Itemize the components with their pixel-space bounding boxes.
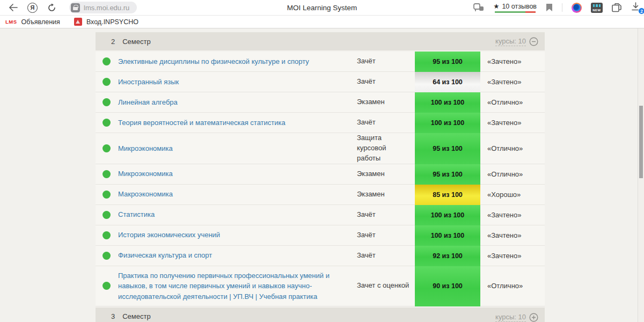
- grades-table: 2 Семестр курсы: 10 Элективные дисциплин…: [96, 32, 545, 322]
- course-name-link[interactable]: Микроэкономика: [118, 164, 357, 184]
- course-name-link[interactable]: Теория вероятностей и математическая ста…: [118, 113, 357, 133]
- grade-value: «Зачтено»: [480, 78, 545, 86]
- grade-value: «Отлично»: [480, 170, 545, 178]
- course-status-dot: [103, 57, 111, 65]
- lms-page: 2 Семестр курсы: 10 Элективные дисциплин…: [0, 28, 644, 322]
- course-status-dot: [103, 191, 111, 199]
- semester-label: Семестр: [122, 312, 150, 320]
- lock-icon: [71, 3, 80, 12]
- semester-number: 2: [111, 38, 115, 46]
- bookmark-flag-icon[interactable]: [546, 3, 553, 12]
- grade-value: «Зачтено»: [480, 252, 545, 260]
- grade-value: «Отлично»: [480, 282, 545, 290]
- protect-icon[interactable]: [473, 3, 484, 12]
- table-row: Иностранный язык Зачёт 64 из 100 «Зачтен…: [96, 72, 545, 92]
- course-name-link[interactable]: Элективные дисциплины по физической куль…: [118, 52, 357, 71]
- table-row: Макроэкономика Экзамен 85 из 100 «Хорошо…: [96, 185, 545, 205]
- url-text: lms.moi.edu.ru: [84, 4, 129, 12]
- table-row: Физическая культура и спорт Зачёт 92 из …: [96, 246, 545, 266]
- bookmarks-bar: LMS Объявления Вход.INPSYCHO: [0, 16, 644, 28]
- assessment-type: Зачёт: [357, 251, 415, 261]
- assessment-type: Экзамен: [357, 97, 415, 107]
- semester-number: 3: [111, 312, 115, 320]
- course-list: Элективные дисциплины по физической куль…: [96, 52, 545, 306]
- table-row: Микроэкономика Экзамен 95 из 100 «Отличн…: [96, 164, 545, 185]
- semester-2-header: 2 Семестр курсы: 10: [96, 32, 545, 50]
- assessment-type: Зачёт: [357, 77, 415, 87]
- course-name-link[interactable]: Физическая культура и спорт: [118, 246, 357, 265]
- lms-favicon: LMS: [5, 19, 17, 25]
- score-cell: 100 из 100: [415, 113, 480, 133]
- course-status-dot: [103, 170, 111, 178]
- course-status-dot: [103, 78, 111, 86]
- collapse-icon[interactable]: [529, 37, 538, 46]
- score-cell: 100 из 100: [415, 225, 480, 246]
- course-status-dot: [103, 144, 111, 152]
- extension-browser-icon[interactable]: [572, 3, 582, 13]
- course-name-link[interactable]: Статистика: [118, 205, 357, 224]
- grade-value: «Отлично»: [480, 144, 545, 152]
- courses-count-link[interactable]: курсы: 10: [495, 37, 526, 46]
- assessment-type: Зачёт: [357, 230, 415, 240]
- site-rating[interactable]: ★ 10 отзывов: [493, 2, 537, 13]
- table-row: Теория вероятностей и математическая ста…: [96, 113, 545, 133]
- scrollbar-thumb[interactable]: [639, 106, 643, 178]
- score-cell: 95 из 100: [415, 164, 480, 185]
- courses-count-link[interactable]: курсы: 10: [495, 313, 526, 322]
- course-status-dot: [103, 98, 111, 106]
- assessment-type: Зачёт: [357, 56, 415, 67]
- new-extension-icon[interactable]: NEW: [591, 3, 603, 13]
- bookmark-announcements[interactable]: LMS Объявления: [5, 18, 60, 26]
- expand-icon[interactable]: [529, 313, 538, 322]
- grade-value: «Зачтено»: [480, 231, 545, 239]
- table-row: Статистика Зачёт 100 из 100 «Зачтено»: [96, 205, 545, 225]
- table-row: Элективные дисциплины по физической куль…: [96, 52, 545, 72]
- grade-value: «Зачтено»: [480, 57, 545, 65]
- page-scrollbar[interactable]: [638, 28, 644, 322]
- address-bar[interactable]: lms.moi.edu.ru: [69, 2, 137, 13]
- assessment-type: Экзамен: [357, 169, 415, 179]
- bookmark-inpsycho-login[interactable]: Вход.INPSYCHO: [74, 18, 138, 26]
- course-name-link[interactable]: Линейная алгебра: [118, 93, 357, 112]
- table-row: Линейная алгебра Экзамен 100 из 100 «Отл…: [96, 92, 545, 113]
- grade-value: «Хорошо»: [480, 191, 545, 199]
- score-cell: 95 из 100: [415, 133, 480, 164]
- score-cell: 100 из 100: [415, 205, 480, 225]
- rating-bar: [495, 11, 536, 13]
- score-cell: 90 из 100: [415, 266, 480, 307]
- browser-toolbar: Я lms.moi.edu.ru MOI Learning System ★ 1…: [0, 0, 644, 16]
- refresh-button[interactable]: [47, 3, 56, 12]
- course-name-link[interactable]: Микроэкономика: [118, 139, 357, 158]
- score-cell: 95 из 100: [415, 52, 480, 72]
- course-status-dot: [103, 282, 111, 290]
- course-name-link[interactable]: Иностранный язык: [118, 72, 357, 92]
- inpsycho-favicon: [74, 18, 82, 26]
- table-row: Практика по получению первичных професси…: [96, 266, 545, 307]
- toolbar-separator: [562, 3, 562, 12]
- course-name-link[interactable]: История экономических учений: [118, 225, 357, 245]
- score-cell: 85 из 100: [415, 185, 480, 205]
- grade-value: «Зачтено»: [480, 119, 545, 127]
- assessment-type: Защита курсовой работы: [357, 133, 415, 164]
- semester-3-header: 3 Семестр курсы: 10: [96, 308, 545, 322]
- course-status-dot: [103, 252, 111, 260]
- download-count-badge: 2: [638, 8, 644, 14]
- assessment-type: Зачет с оценкой: [357, 281, 415, 291]
- course-name-link[interactable]: Макроэкономика: [118, 185, 357, 204]
- course-name-link[interactable]: Практика по получению первичных професси…: [118, 266, 357, 306]
- table-row: История экономических учений Зачёт 100 и…: [96, 225, 545, 246]
- collections-icon[interactable]: [612, 3, 622, 12]
- rating-label: 10 отзывов: [502, 3, 537, 10]
- grade-value: «Зачтено»: [480, 211, 545, 219]
- score-cell: 100 из 100: [415, 92, 480, 113]
- table-row: Микроэкономика Защита курсовой работы 95…: [96, 133, 545, 164]
- course-status-dot: [103, 119, 111, 127]
- assessment-type: Экзамен: [357, 189, 415, 200]
- course-status-dot: [103, 211, 111, 219]
- back-button[interactable]: [9, 4, 18, 11]
- grade-value: «Отлично»: [480, 98, 545, 106]
- yandex-icon[interactable]: Я: [27, 3, 38, 13]
- score-cell: 92 из 100: [415, 246, 480, 266]
- assessment-type: Зачёт: [357, 118, 415, 128]
- download-button[interactable]: 2: [631, 2, 642, 13]
